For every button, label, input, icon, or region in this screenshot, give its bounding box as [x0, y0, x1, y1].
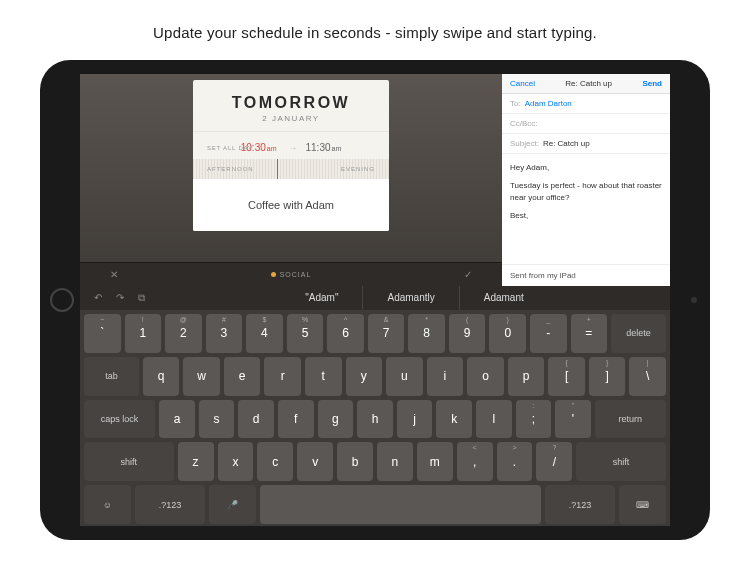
mail-signature: Sent from my iPad: [502, 264, 670, 286]
key-punct-0[interactable]: :;: [516, 400, 552, 439]
mail-ccbcc-field[interactable]: Cc/Bcc:: [502, 114, 670, 134]
marketing-tagline: Update your schedule in seconds - simply…: [0, 0, 750, 59]
key-6[interactable]: ^6: [327, 314, 364, 353]
key-=[interactable]: +=: [571, 314, 608, 353]
key-bracket-0[interactable]: {[: [548, 357, 585, 396]
time-ruler[interactable]: AFTERNOON EVENING: [193, 159, 389, 179]
calendar-app: TOMORROW 2 JANUARY SET ALL DAY 10:30am →…: [80, 74, 502, 286]
key-row-4: shiftzxcvbnm<,>.?/shift: [84, 442, 666, 481]
key-f[interactable]: f: [278, 400, 314, 439]
cancel-event-button[interactable]: ✕: [110, 269, 118, 280]
key-bracket-2[interactable]: |\: [629, 357, 666, 396]
key-b[interactable]: b: [337, 442, 373, 481]
mail-body-textarea[interactable]: Hey Adam, Tuesday is perfect - how about…: [502, 154, 670, 264]
key-2[interactable]: @2: [165, 314, 202, 353]
confirm-event-button[interactable]: ✓: [464, 269, 472, 280]
key-`[interactable]: ~`: [84, 314, 121, 353]
mail-to-field[interactable]: To: Adam Darton: [502, 94, 670, 114]
front-camera: [691, 297, 697, 303]
key-bracket-1[interactable]: }]: [589, 357, 626, 396]
key-1[interactable]: !1: [125, 314, 162, 353]
suggestion-2[interactable]: Adamantly: [362, 286, 458, 310]
mail-header: Cancel Re: Catch up Send: [502, 74, 670, 94]
key-7[interactable]: &7: [368, 314, 405, 353]
key-o[interactable]: o: [467, 357, 504, 396]
key-sym-2[interactable]: ?/: [536, 442, 572, 481]
mail-to-label: To:: [510, 99, 521, 108]
key-dictation[interactable]: 🎤: [209, 485, 256, 524]
key-p[interactable]: p: [508, 357, 545, 396]
key-v[interactable]: v: [297, 442, 333, 481]
ruler-evening-label: EVENING: [341, 166, 375, 172]
key-numeric-left[interactable]: .?123: [135, 485, 205, 524]
key-hide-keyboard[interactable]: ⌨: [619, 485, 666, 524]
key-8[interactable]: *8: [408, 314, 445, 353]
set-all-day-label[interactable]: SET ALL DAY: [207, 145, 253, 151]
key-l[interactable]: l: [476, 400, 512, 439]
mail-subject-label: Subject:: [510, 139, 539, 148]
key-row-5: ☺.?123🎤.?123⌨: [84, 485, 666, 524]
event-editor-card[interactable]: TOMORROW 2 JANUARY SET ALL DAY 10:30am →…: [193, 80, 389, 231]
key-capslock[interactable]: caps lock: [84, 400, 155, 439]
paste-icon[interactable]: ⧉: [138, 292, 145, 304]
undo-icon[interactable]: ↶: [94, 292, 102, 304]
key-9[interactable]: (9: [449, 314, 486, 353]
mail-cancel-button[interactable]: Cancel: [510, 79, 535, 88]
key-space[interactable]: [260, 485, 541, 524]
mail-subject-field[interactable]: Subject: Re: Catch up: [502, 134, 670, 154]
mail-subject-value[interactable]: Re: Catch up: [543, 139, 590, 148]
mail-to-value[interactable]: Adam Darton: [525, 99, 572, 108]
key-row-2: tabqwertyuiop{[}]|\: [84, 357, 666, 396]
key-c[interactable]: c: [257, 442, 293, 481]
key-t[interactable]: t: [305, 357, 342, 396]
time-arrow-icon: →: [289, 143, 298, 153]
key-5[interactable]: %5: [287, 314, 324, 353]
key-return[interactable]: return: [595, 400, 666, 439]
redo-icon[interactable]: ↷: [116, 292, 124, 304]
mail-ccbcc-label: Cc/Bcc:: [510, 119, 538, 128]
suggestion-toolbar-icons: ↶ ↷ ⧉: [80, 292, 159, 304]
event-time-row[interactable]: SET ALL DAY 10:30am → 11:30am: [193, 131, 389, 159]
key-tab[interactable]: tab: [84, 357, 139, 396]
key-j[interactable]: j: [397, 400, 433, 439]
key-h[interactable]: h: [357, 400, 393, 439]
mail-send-button[interactable]: Send: [642, 79, 662, 88]
key-x[interactable]: x: [218, 442, 254, 481]
key-sym-1[interactable]: >.: [497, 442, 533, 481]
key-3[interactable]: #3: [206, 314, 243, 353]
key-n[interactable]: n: [377, 442, 413, 481]
key-shift-right[interactable]: shift: [576, 442, 666, 481]
key-delete[interactable]: delete: [611, 314, 666, 353]
key-k[interactable]: k: [436, 400, 472, 439]
key-d[interactable]: d: [238, 400, 274, 439]
key-g[interactable]: g: [318, 400, 354, 439]
home-button[interactable]: [50, 288, 74, 312]
event-category-badge[interactable]: SOCIAL: [271, 271, 312, 278]
key-q[interactable]: q: [143, 357, 180, 396]
key-w[interactable]: w: [183, 357, 220, 396]
key-sym-0[interactable]: <,: [457, 442, 493, 481]
key-a[interactable]: a: [159, 400, 195, 439]
key-shift-left[interactable]: shift: [84, 442, 174, 481]
event-end-time[interactable]: 11:30am: [306, 142, 342, 153]
key-4[interactable]: $4: [246, 314, 283, 353]
suggestion-1[interactable]: "Adam": [281, 286, 362, 310]
key-r[interactable]: r: [264, 357, 301, 396]
key-i[interactable]: i: [427, 357, 464, 396]
key-emoji[interactable]: ☺: [84, 485, 131, 524]
ipad-device-frame: TOMORROW 2 JANUARY SET ALL DAY 10:30am →…: [40, 60, 710, 540]
key-s[interactable]: s: [199, 400, 235, 439]
key-y[interactable]: y: [346, 357, 383, 396]
suggestion-3[interactable]: Adamant: [459, 286, 548, 310]
key--[interactable]: _-: [530, 314, 567, 353]
key-row-3: caps lockasdfghjkl:;"'return: [84, 400, 666, 439]
key-z[interactable]: z: [178, 442, 214, 481]
key-0[interactable]: )0: [489, 314, 526, 353]
key-punct-1[interactable]: "': [555, 400, 591, 439]
event-title-input[interactable]: Coffee with Adam: [193, 179, 389, 231]
key-numeric-right[interactable]: .?123: [545, 485, 615, 524]
key-e[interactable]: e: [224, 357, 261, 396]
key-m[interactable]: m: [417, 442, 453, 481]
key-u[interactable]: u: [386, 357, 423, 396]
ruler-current-tick: [277, 159, 278, 179]
